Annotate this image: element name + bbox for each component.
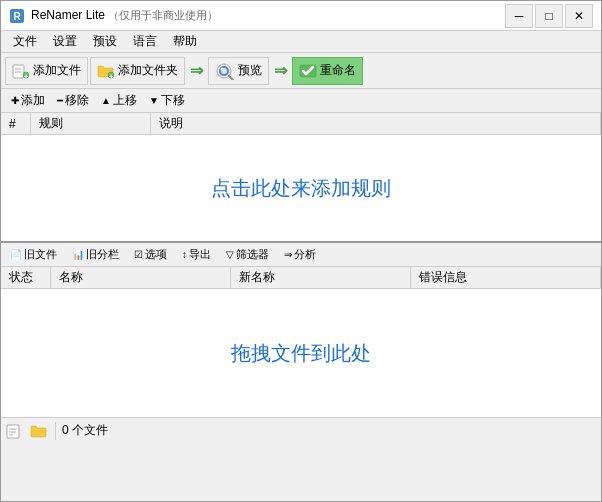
menu-help[interactable]: 帮助 [165, 31, 205, 52]
rename-icon [299, 63, 317, 79]
menu-bar: 文件 设置 预设 语言 帮助 [1, 31, 601, 53]
file-count: 0 个文件 [62, 422, 108, 439]
tab-bar: 📄 旧文件 📊 旧分栏 ☑ 选项 ↕ 导出 ▽ 筛选器 ⇒ 分析 [1, 243, 601, 267]
title-bar: R ReNamer Lite （仅用于非商业使用） ─ □ ✕ [1, 1, 601, 31]
app-icon: R [9, 8, 25, 24]
menu-presets[interactable]: 预设 [85, 31, 125, 52]
tab-old-files[interactable]: 📄 旧文件 [3, 243, 65, 266]
rename-label: 重命名 [320, 62, 356, 79]
old-cols-icon: 📊 [72, 249, 84, 260]
close-button[interactable]: ✕ [565, 4, 593, 28]
preview-button[interactable]: 预览 [208, 57, 269, 85]
up-icon: ▲ [101, 95, 111, 106]
files-col-new-name: 新名称 [231, 267, 411, 288]
minimize-button[interactable]: ─ [505, 4, 533, 28]
rules-body[interactable]: 点击此处来添加规则 [1, 135, 601, 241]
svg-text:+: + [109, 71, 114, 79]
rules-sub-toolbar: ✚ 添加 ━ 移除 ▲ 上移 ▼ 下移 [1, 89, 601, 113]
status-icon-folder[interactable] [29, 421, 49, 441]
tab-export[interactable]: ↕ 导出 [175, 243, 219, 266]
rules-up-button[interactable]: ▲ 上移 [95, 90, 143, 111]
rules-add-button[interactable]: ✚ 添加 [5, 90, 51, 111]
rules-remove-button[interactable]: ━ 移除 [51, 90, 95, 111]
old-files-icon: 📄 [10, 249, 22, 260]
add-file-icon: + [12, 63, 30, 79]
window-title: ReNamer Lite （仅用于非商业使用） [31, 8, 505, 23]
svg-line-11 [229, 76, 233, 80]
rules-col-rule: 规则 [31, 113, 151, 134]
minus-icon: ━ [57, 95, 63, 106]
rules-placeholder[interactable]: 点击此处来添加规则 [211, 175, 391, 202]
tab-old-cols[interactable]: 📊 旧分栏 [65, 243, 127, 266]
tab-filter[interactable]: ▽ 筛选器 [219, 243, 277, 266]
menu-language[interactable]: 语言 [125, 31, 165, 52]
svg-text:R: R [13, 11, 21, 22]
rename-button[interactable]: 重命名 [292, 57, 363, 85]
tab-analysis[interactable]: ⇒ 分析 [277, 243, 324, 266]
preview-icon [215, 62, 235, 80]
toolbar: + 添加文件 + 添加文件夹 ⇒ [1, 53, 601, 89]
files-col-name: 名称 [51, 267, 231, 288]
menu-file[interactable]: 文件 [5, 31, 45, 52]
analysis-icon: ⇒ [284, 249, 292, 260]
files-placeholder: 拖拽文件到此处 [231, 340, 371, 367]
maximize-button[interactable]: □ [535, 4, 563, 28]
rules-header: # 规则 说明 [1, 113, 601, 135]
bottom-section: 📄 旧文件 📊 旧分栏 ☑ 选项 ↕ 导出 ▽ 筛选器 ⇒ 分析 [1, 243, 601, 443]
options-icon: ☑ [134, 249, 143, 260]
rules-area: # 规则 说明 点击此处来添加规则 [1, 113, 601, 243]
add-folder-icon: + [97, 63, 115, 79]
menu-settings[interactable]: 设置 [45, 31, 85, 52]
tab-options[interactable]: ☑ 选项 [127, 243, 175, 266]
files-col-error: 错误信息 [411, 267, 601, 288]
status-separator [55, 422, 56, 440]
window-controls: ─ □ ✕ [505, 4, 593, 28]
add-file-button[interactable]: + 添加文件 [5, 57, 88, 85]
export-icon: ↕ [182, 249, 187, 260]
svg-point-12 [221, 67, 224, 70]
status-bar: 0 个文件 [1, 417, 601, 443]
arrow-icon-1: ⇒ [187, 61, 206, 80]
rules-col-num: # [1, 113, 31, 134]
rules-col-desc: 说明 [151, 113, 601, 134]
rules-down-button[interactable]: ▼ 下移 [143, 90, 191, 111]
down-icon: ▼ [149, 95, 159, 106]
plus-icon: ✚ [11, 95, 19, 106]
svg-text:+: + [24, 71, 29, 79]
arrow-icon-2: ⇒ [271, 61, 290, 80]
main-window: R ReNamer Lite （仅用于非商业使用） ─ □ ✕ 文件 设置 预设… [0, 0, 602, 502]
add-file-label: 添加文件 [33, 62, 81, 79]
files-col-status: 状态 [1, 267, 51, 288]
files-body[interactable]: 拖拽文件到此处 [1, 289, 601, 417]
preview-label: 预览 [238, 62, 262, 79]
filter-icon: ▽ [226, 249, 234, 260]
add-folder-label: 添加文件夹 [118, 62, 178, 79]
files-header: 状态 名称 新名称 错误信息 [1, 267, 601, 289]
status-icon-left[interactable] [5, 421, 25, 441]
add-folder-button[interactable]: + 添加文件夹 [90, 57, 185, 85]
files-area: 状态 名称 新名称 错误信息 拖拽文件到此处 [1, 267, 601, 417]
